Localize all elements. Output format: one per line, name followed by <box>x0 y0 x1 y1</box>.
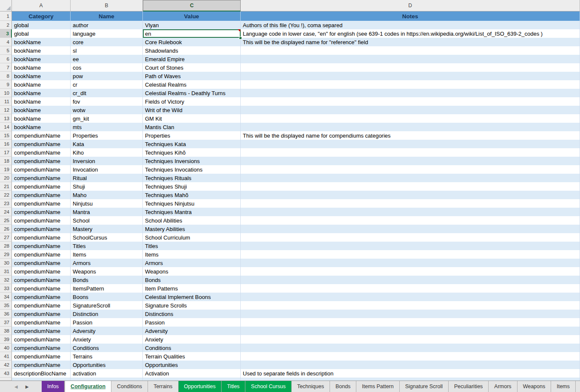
sheet-tab-signature-scroll[interactable]: Signature Scroll <box>400 381 449 392</box>
row-number[interactable]: 34 <box>0 293 12 301</box>
header-cell-notes[interactable]: Notes <box>241 11 580 21</box>
sheet-tab-infos[interactable]: Infos <box>42 381 65 392</box>
grid-cell[interactable]: fov <box>71 97 143 106</box>
row-number[interactable]: 20 <box>0 174 12 182</box>
grid-cell[interactable] <box>241 293 580 301</box>
grid-cell[interactable]: Adversity <box>71 327 143 335</box>
grid-cell[interactable]: compendiumName <box>12 318 71 327</box>
grid-cell[interactable] <box>241 123 580 131</box>
grid-cell[interactable] <box>241 318 580 327</box>
grid-cell[interactable]: Anxiety <box>143 335 241 344</box>
grid-cell[interactable]: descriptionBlocName <box>12 369 71 378</box>
grid-cell[interactable]: compendiumName <box>12 208 71 216</box>
row-number[interactable]: 40 <box>0 344 12 352</box>
grid-cell[interactable]: SchoolCursus <box>71 233 143 242</box>
grid-cell[interactable]: compendiumName <box>12 344 71 352</box>
grid-cell[interactable]: Terrains <box>71 352 143 361</box>
grid-cell[interactable] <box>241 89 580 97</box>
grid-cell[interactable]: Activation <box>143 369 241 378</box>
grid-cell[interactable] <box>241 250 580 259</box>
grid-cell[interactable]: Celestial Realms <box>143 80 241 89</box>
row-number[interactable]: 15 <box>0 131 12 140</box>
grid-cell[interactable] <box>241 344 580 352</box>
grid-cell[interactable]: This will be the displayed name for "ref… <box>241 38 580 46</box>
grid-cell[interactable]: Kiho <box>71 148 143 157</box>
grid-cell[interactable]: Inversion <box>71 157 143 165</box>
grid-cell[interactable] <box>241 55 580 63</box>
grid-cell[interactable]: bookName <box>12 72 71 80</box>
grid-cell[interactable]: Ritual <box>71 174 143 182</box>
fill-handle[interactable] <box>239 37 242 39</box>
sheet-tab-items-pattern[interactable]: Items Pattern <box>356 381 399 392</box>
grid-cell[interactable]: This will be the displayed name for comp… <box>241 131 580 140</box>
grid-cell[interactable]: Passion <box>71 318 143 327</box>
grid-cell[interactable]: Writ of the Wild <box>143 106 241 114</box>
row-number[interactable]: 26 <box>0 225 12 233</box>
grid-cell[interactable] <box>241 63 580 72</box>
grid-cell[interactable] <box>241 310 580 318</box>
sheet-tab-techniques[interactable]: Techniques <box>292 381 330 392</box>
grid-cell[interactable]: Opportunities <box>143 361 241 369</box>
row-number[interactable]: 9 <box>0 80 12 89</box>
grid-cell[interactable]: Shuji <box>71 182 143 191</box>
grid-cell[interactable]: global <box>12 29 71 38</box>
grid-cell[interactable]: compendiumName <box>12 361 71 369</box>
grid-cell[interactable]: Properties <box>143 131 241 140</box>
row-number[interactable]: 6 <box>0 55 12 63</box>
grid-cell[interactable]: compendiumName <box>12 140 71 148</box>
grid-cell[interactable] <box>241 174 580 182</box>
grid-cell[interactable] <box>241 191 580 199</box>
grid-cell[interactable]: Techniques Ninjutsu <box>143 199 241 208</box>
grid-cell[interactable]: compendiumName <box>12 165 71 174</box>
grid-cell[interactable]: Techniques Invocations <box>143 165 241 174</box>
grid-cell[interactable]: Mantra <box>71 208 143 216</box>
grid-cell[interactable] <box>241 80 580 89</box>
grid-cell[interactable] <box>241 267 580 276</box>
grid-cell[interactable]: Techniques Mahõ <box>143 191 241 199</box>
grid-cell[interactable]: compendiumName <box>12 233 71 242</box>
grid-cell[interactable]: bookName <box>12 46 71 55</box>
grid-cell[interactable]: School Curriculum <box>143 233 241 242</box>
row-number[interactable]: 5 <box>0 46 12 55</box>
row-number[interactable]: 2 <box>0 21 12 29</box>
sheet-tab-conditions[interactable]: Conditions <box>111 381 148 392</box>
grid-cell[interactable]: Signature Scrolls <box>143 301 241 310</box>
grid-cell[interactable]: Techniques Kata <box>143 140 241 148</box>
grid-cell[interactable]: Shadowlands <box>143 46 241 55</box>
grid-cell[interactable]: compendiumName <box>12 276 71 284</box>
grid-cell[interactable] <box>241 327 580 335</box>
grid-cell[interactable] <box>241 72 580 80</box>
grid-cell[interactable]: bookName <box>12 80 71 89</box>
grid-cell[interactable] <box>241 148 580 157</box>
grid-cell[interactable]: Conditions <box>143 344 241 352</box>
grid-cell[interactable]: Boons <box>71 293 143 301</box>
grid-cell[interactable]: compendiumName <box>12 352 71 361</box>
grid-cell[interactable]: Fields of Victory <box>143 97 241 106</box>
grid-cell[interactable]: bookName <box>12 55 71 63</box>
grid-cell[interactable]: bookName <box>12 123 71 131</box>
row-number[interactable]: 3 <box>0 29 12 38</box>
grid-cell[interactable]: Weapons <box>143 267 241 276</box>
grid-cell[interactable]: Used to separate fields in description <box>241 369 580 378</box>
grid-cell[interactable]: Kata <box>71 140 143 148</box>
grid-cell[interactable]: Ninjutsu <box>71 199 143 208</box>
tab-scroll-right-icon[interactable]: ▶ <box>26 384 29 389</box>
grid-cell[interactable]: Distinction <box>71 310 143 318</box>
grid-cell[interactable]: cr <box>71 80 143 89</box>
grid-cell[interactable]: SignatureScroll <box>71 301 143 310</box>
row-number[interactable]: 37 <box>0 318 12 327</box>
row-number[interactable]: 27 <box>0 233 12 242</box>
row-number[interactable]: 32 <box>0 276 12 284</box>
grid-cell[interactable]: Conditions <box>71 344 143 352</box>
row-number[interactable]: 28 <box>0 242 12 250</box>
grid-cell[interactable]: compendiumName <box>12 157 71 165</box>
grid-cell[interactable]: activation <box>71 369 143 378</box>
grid-cell[interactable]: Item Patterns <box>143 284 241 293</box>
grid-cell[interactable] <box>241 199 580 208</box>
grid-cell[interactable]: core <box>71 38 143 46</box>
grid-cell[interactable] <box>241 216 580 225</box>
selected-cell[interactable]: en <box>143 29 241 38</box>
grid-cell[interactable]: Celestial Realms - Deathly Turns <box>143 89 241 97</box>
grid-cell[interactable]: compendiumName <box>12 301 71 310</box>
grid-cell[interactable]: Items <box>71 250 143 259</box>
